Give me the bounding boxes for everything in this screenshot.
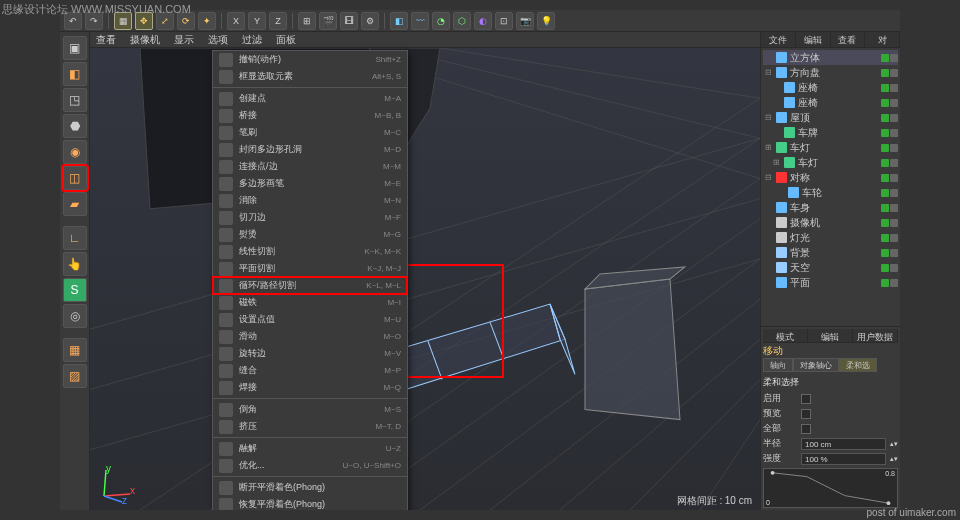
z-axis-button[interactable]: Z — [269, 12, 287, 30]
visibility-tag[interactable] — [881, 264, 889, 272]
tab-file[interactable]: 文件 — [761, 32, 796, 47]
generator-button[interactable]: ⬡ — [453, 12, 471, 30]
ctx-item[interactable]: 框显选取元素Alt+S, S — [213, 68, 407, 85]
stepper-icon[interactable]: ▴▾ — [890, 455, 898, 463]
ctx-item[interactable]: 桥接M~B, B — [213, 107, 407, 124]
model-mode-button[interactable]: ◧ — [63, 62, 87, 86]
vp-menu-display[interactable]: 显示 — [174, 33, 194, 47]
tree-row[interactable]: ⊟方向盘 — [763, 65, 898, 80]
tab-obj[interactable]: 对 — [865, 32, 900, 47]
checkbox[interactable] — [801, 409, 811, 419]
expand-icon[interactable]: ⊞ — [773, 158, 781, 167]
render-tag[interactable] — [890, 204, 898, 212]
texture-mode-button[interactable]: ⬣ — [63, 114, 87, 138]
axis-mode-button[interactable]: ∟ — [63, 226, 87, 250]
ctx-item[interactable]: 磁铁M~I — [213, 294, 407, 311]
locked-workplane-button[interactable]: ▨ — [63, 364, 87, 388]
ctx-item[interactable]: 封闭多边形孔洞M~D — [213, 141, 407, 158]
tree-row[interactable]: 背景 — [763, 245, 898, 260]
tree-row[interactable]: ⊞车灯 — [763, 155, 898, 170]
tree-row[interactable]: ⊞车灯 — [763, 140, 898, 155]
ctx-item[interactable]: 焊接M~Q — [213, 379, 407, 396]
workplane-button[interactable]: ◎ — [63, 304, 87, 328]
expand-icon[interactable]: ⊟ — [765, 173, 773, 182]
tree-row[interactable]: 平面 — [763, 275, 898, 290]
ctx-item[interactable]: 设置点值M~U — [213, 311, 407, 328]
vp-menu-cameras[interactable]: 摄像机 — [130, 33, 160, 47]
viewport-solo-button[interactable]: ▦ — [63, 338, 87, 362]
visibility-tag[interactable] — [881, 174, 889, 182]
visibility-tag[interactable] — [881, 54, 889, 62]
tab-view[interactable]: 查看 — [831, 32, 866, 47]
ctx-item[interactable]: 创建点M~A — [213, 90, 407, 107]
visibility-tag[interactable] — [881, 279, 889, 287]
object-tree[interactable]: 立方体⊟方向盘座椅座椅⊟屋顶车牌⊞车灯⊞车灯⊟对称车轮车身摄像机灯光背景天空平面 — [761, 48, 900, 326]
attr-tab-userdata[interactable]: 用户数据 — [853, 329, 898, 342]
render-tag[interactable] — [890, 189, 898, 197]
visibility-tag[interactable] — [881, 144, 889, 152]
stepper-icon[interactable]: ▴▾ — [890, 440, 898, 448]
tree-row[interactable]: 座椅 — [763, 95, 898, 110]
render-tag[interactable] — [890, 54, 898, 62]
visibility-tag[interactable] — [881, 219, 889, 227]
render-tag[interactable] — [890, 264, 898, 272]
viewport[interactable]: 查看 摄像机 显示 选项 过滤 面板 透视视图 — [90, 32, 760, 510]
checkbox[interactable] — [801, 394, 811, 404]
render-settings-button[interactable]: ⚙ — [361, 12, 379, 30]
vp-menu-view[interactable]: 查看 — [96, 33, 116, 47]
environment-button[interactable]: ⊡ — [495, 12, 513, 30]
recent-tool-button[interactable]: ✦ — [198, 12, 216, 30]
ctx-item[interactable]: 线性切割K~K, M~K — [213, 243, 407, 260]
make-editable-button[interactable]: ▣ — [63, 36, 87, 60]
render-tag[interactable] — [890, 159, 898, 167]
tree-row[interactable]: 立方体 — [763, 50, 898, 65]
render-tag[interactable] — [890, 174, 898, 182]
ctx-item[interactable]: 平面切割K~J, M~J — [213, 260, 407, 277]
ctx-item[interactable]: 多边形画笔M~E — [213, 175, 407, 192]
x-axis-button[interactable]: X — [227, 12, 245, 30]
visibility-tag[interactable] — [881, 99, 889, 107]
visibility-tag[interactable] — [881, 234, 889, 242]
expand-icon[interactable]: ⊟ — [765, 68, 773, 77]
ctx-item[interactable]: 恢复平滑着色(Phong) — [213, 496, 407, 510]
y-axis-button[interactable]: Y — [248, 12, 266, 30]
edge-mode-button[interactable]: ◫ — [63, 166, 87, 190]
tree-row[interactable]: 天空 — [763, 260, 898, 275]
attr-subtab-pivot[interactable]: 对象轴心 — [793, 358, 839, 372]
ctx-item[interactable]: 循环/路径切割K~L, M~L — [213, 277, 407, 294]
render-tag[interactable] — [890, 144, 898, 152]
vp-menu-panel[interactable]: 面板 — [276, 33, 296, 47]
tree-row[interactable]: 座椅 — [763, 80, 898, 95]
tree-row[interactable]: 车身 — [763, 200, 898, 215]
expand-icon[interactable]: ⊟ — [765, 113, 773, 122]
tree-row[interactable]: ⊟对称 — [763, 170, 898, 185]
visibility-tag[interactable] — [881, 159, 889, 167]
render-tag[interactable] — [890, 84, 898, 92]
spline-button[interactable]: 〰 — [411, 12, 429, 30]
attr-subtab-axis[interactable]: 轴向 — [763, 358, 793, 372]
ctx-item[interactable]: 断开平滑着色(Phong) — [213, 479, 407, 496]
render-tag[interactable] — [890, 99, 898, 107]
visibility-tag[interactable] — [881, 114, 889, 122]
point-mode-button[interactable]: ◉ — [63, 140, 87, 164]
ctx-item[interactable]: 切刀边M~F — [213, 209, 407, 226]
render-tag[interactable] — [890, 279, 898, 287]
light-button[interactable]: 💡 — [537, 12, 555, 30]
attr-value-input[interactable]: 100 % — [801, 453, 886, 465]
vp-menu-filter[interactable]: 过滤 — [242, 33, 262, 47]
ctx-item[interactable]: 融解U~Z — [213, 440, 407, 457]
expand-icon[interactable]: ⊞ — [765, 143, 773, 152]
vp-menu-options[interactable]: 选项 — [208, 33, 228, 47]
ctx-item[interactable]: 挤压M~T, D — [213, 418, 407, 435]
render-region-button[interactable]: 🎞 — [340, 12, 358, 30]
render-view-button[interactable]: 🎬 — [319, 12, 337, 30]
render-tag[interactable] — [890, 69, 898, 77]
visibility-tag[interactable] — [881, 204, 889, 212]
visibility-tag[interactable] — [881, 189, 889, 197]
deformer-button[interactable]: ◐ — [474, 12, 492, 30]
visibility-tag[interactable] — [881, 69, 889, 77]
tab-edit[interactable]: 编辑 — [796, 32, 831, 47]
tree-row[interactable]: 灯光 — [763, 230, 898, 245]
tree-row[interactable]: 车牌 — [763, 125, 898, 140]
ctx-item[interactable]: 优化...U~O, U~Shift+O — [213, 457, 407, 474]
